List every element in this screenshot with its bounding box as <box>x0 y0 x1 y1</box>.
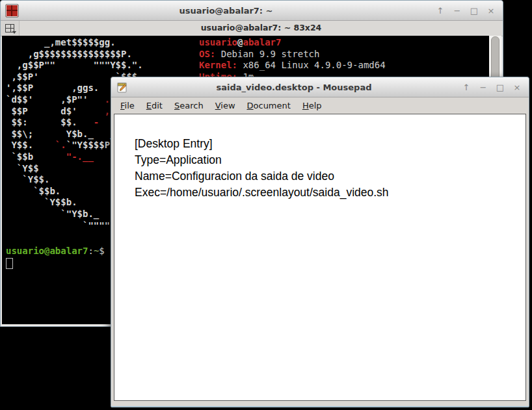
close-button[interactable]: × <box>486 6 496 15</box>
terminal-tabbar: usuario@abalar7: ~ 83x24 <box>1 21 503 36</box>
editor-text-area[interactable]: [Desktop Entry]Type=ApplicationName=Conf… <box>114 114 525 400</box>
editor-line: Name=Configuracion da saida de video <box>135 168 515 185</box>
terminal-text-line: ,g$$$$$$$$$$$$$$$P. <box>6 49 154 60</box>
terminal-app-icon[interactable] <box>5 4 19 18</box>
minimize-button[interactable]: − <box>453 6 462 15</box>
mousepad-window-title: saida_video.desktop - Mousepad <box>133 83 455 92</box>
terminal-text-line: ,g$$P"" """Y$$.". <box>6 60 154 71</box>
shade-button[interactable]: ↑ <box>462 83 471 92</box>
menu-item-view[interactable]: View <box>209 98 241 114</box>
editor-line: [Desktop Entry] <box>135 136 515 152</box>
shade-button[interactable]: ↑ <box>436 6 445 15</box>
mousepad-window-controls: ↑ − □ × <box>459 82 524 93</box>
terminal-window-title: usuario@abalar7: ~ <box>23 6 429 16</box>
terminal-cursor <box>6 258 13 269</box>
menu-item-document[interactable]: Document <box>241 98 297 114</box>
terminal-window-controls: ↑ − □ × <box>433 5 498 16</box>
chevron-down-icon <box>12 31 16 34</box>
minimize-button[interactable]: − <box>479 83 488 92</box>
terminal-titlebar[interactable]: usuario@abalar7: ~ ↑ − □ × <box>1 1 503 21</box>
editor-line: Type=Application <box>135 152 515 168</box>
system-info: usuario@abalar7OS: Debian 9.9 stretchKer… <box>199 37 386 83</box>
mousepad-menubar: FileEditSearchViewDocumentHelp <box>111 97 529 114</box>
menu-item-help[interactable]: Help <box>297 98 328 114</box>
maximize-button[interactable]: □ <box>470 6 479 15</box>
mousepad-app-icon[interactable] <box>116 81 129 94</box>
menu-item-file[interactable]: File <box>114 98 140 114</box>
terminal-text-line: usuario@abalar7:~$ <box>6 246 105 257</box>
terminal-tab[interactable]: usuario@abalar7: ~ 83x24 <box>20 21 503 36</box>
mousepad-text-frame: [Desktop Entry]Type=ApplicationName=Conf… <box>114 114 526 401</box>
terminal-text-line: _,met$$$$$gg. <box>6 37 154 49</box>
shell-prompt: usuario@abalar7:~$ <box>6 246 105 257</box>
editor-line: Exec=/home/usuario/.screenlayout/saida_v… <box>135 185 515 201</box>
menu-item-search[interactable]: Search <box>168 98 209 114</box>
maximize-button[interactable]: □ <box>496 83 505 92</box>
terminal-text-line: usuario@abalar7 <box>199 37 386 49</box>
terminal-text-line: OS: Debian 9.9 stretch <box>199 49 386 60</box>
menu-item-edit[interactable]: Edit <box>140 98 168 114</box>
tab-list-button[interactable] <box>1 21 20 36</box>
mousepad-titlebar[interactable]: saida_video.desktop - Mousepad ↑ − □ × <box>111 77 529 97</box>
close-button[interactable]: × <box>512 83 522 92</box>
mousepad-window: saida_video.desktop - Mousepad ↑ − □ × F… <box>111 77 529 407</box>
terminal-text-line: Kernel: x86_64 Linux 4.9.0-9-amd64 <box>199 60 386 71</box>
